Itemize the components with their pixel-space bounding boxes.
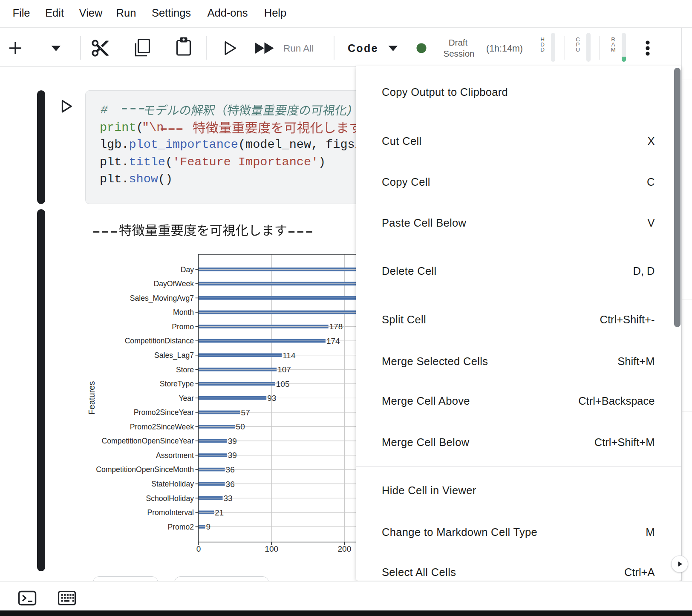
- svg-text:9: 9: [206, 522, 210, 531]
- svg-text:Promo2: Promo2: [167, 523, 194, 531]
- svg-text:Year: Year: [179, 394, 194, 403]
- svg-text:Month: Month: [173, 308, 194, 317]
- svg-text:178: 178: [329, 322, 343, 331]
- svg-text:0: 0: [196, 544, 201, 553]
- svg-text:Day: Day: [181, 265, 194, 274]
- svg-text:36: 36: [226, 465, 235, 474]
- svg-text:39: 39: [228, 437, 237, 446]
- svg-text:Sales_MovingAvg7: Sales_MovingAvg7: [130, 294, 194, 303]
- svg-text:100: 100: [265, 544, 278, 553]
- svg-text:U: U: [576, 46, 580, 53]
- svg-text:105: 105: [276, 380, 290, 389]
- svg-text:Assortment: Assortment: [156, 451, 194, 460]
- svg-text:SchoolHoliday: SchoolHoliday: [146, 494, 194, 503]
- svg-text:50: 50: [236, 422, 245, 431]
- svg-text:CompetitionOpenSinceMonth: CompetitionOpenSinceMonth: [96, 465, 194, 474]
- svg-text:200: 200: [338, 544, 352, 553]
- svg-text:StoreType: StoreType: [160, 380, 194, 388]
- svg-text:Features: Features: [87, 381, 96, 415]
- svg-text:DayOfWeek: DayOfWeek: [153, 279, 194, 288]
- svg-text:Promo2SinceYear: Promo2SinceYear: [134, 408, 194, 417]
- svg-text:93: 93: [267, 394, 276, 403]
- svg-text:21: 21: [215, 508, 224, 517]
- svg-text:Draft: Draft: [449, 37, 468, 47]
- svg-text:Code: Code: [348, 42, 378, 54]
- svg-text:CompetitionOpenSinceYear: CompetitionOpenSinceYear: [102, 437, 194, 445]
- svg-text:33: 33: [224, 494, 233, 503]
- svg-text:57: 57: [241, 408, 250, 417]
- svg-text:107: 107: [277, 365, 291, 374]
- svg-text:Promo: Promo: [172, 322, 194, 331]
- svg-text:Promo2SinceWeek: Promo2SinceWeek: [130, 423, 194, 431]
- svg-text:M: M: [611, 46, 615, 53]
- svg-text:Store: Store: [176, 366, 194, 374]
- svg-text:39: 39: [228, 451, 237, 460]
- svg-text:D: D: [540, 46, 545, 53]
- svg-text:174: 174: [326, 337, 340, 345]
- svg-text:Session: Session: [444, 49, 475, 58]
- svg-text:CompetitionDistance: CompetitionDistance: [125, 337, 194, 345]
- svg-text:(1h:14m): (1h:14m): [486, 43, 523, 54]
- svg-text:Run All: Run All: [283, 43, 314, 54]
- svg-text:114: 114: [283, 351, 296, 360]
- svg-text:Sales_Lag7: Sales_Lag7: [154, 351, 194, 360]
- svg-text:PromoInterval: PromoInterval: [147, 508, 194, 517]
- svg-text:36: 36: [226, 480, 235, 489]
- svg-text:StateHoliday: StateHoliday: [151, 480, 194, 488]
